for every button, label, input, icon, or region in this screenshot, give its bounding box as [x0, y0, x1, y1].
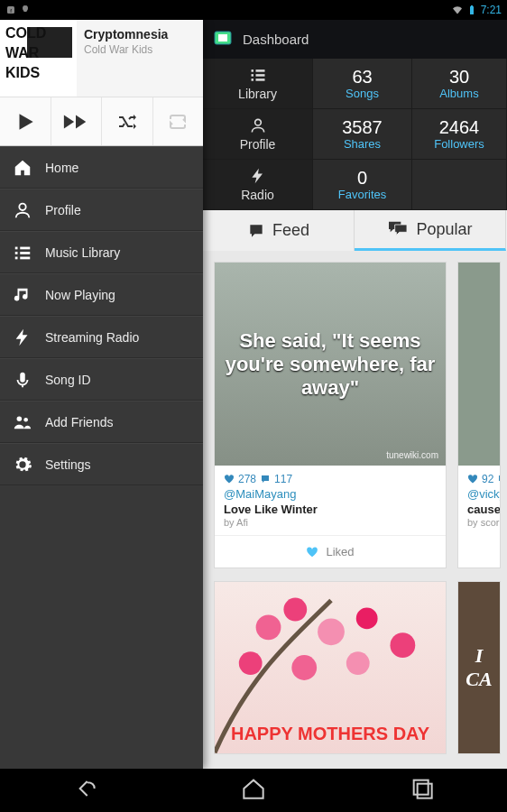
wifi-icon [452, 5, 463, 15]
stat-value: 0 [357, 168, 367, 189]
sidebar-item-label: Now Playing [45, 288, 115, 302]
svg-rect-26 [255, 69, 264, 72]
mic-icon [13, 370, 32, 390]
app-icon[interactable] [212, 27, 234, 51]
svg-text:WAR: WAR [5, 45, 40, 60]
tab-popular[interactable]: Popular [355, 210, 506, 251]
feed-card[interactable]: I CA [457, 581, 501, 754]
stat-followers[interactable]: 2464 Followers [412, 109, 507, 160]
speech-multi-icon [387, 220, 409, 238]
shuffle-button[interactable] [102, 97, 153, 145]
heart-icon [467, 474, 478, 484]
feed-card[interactable]: She said, "It seems you're somewhere, fa… [214, 262, 447, 568]
stat-songs[interactable]: 63 Songs [313, 59, 412, 109]
dash-section-label: Profile [240, 137, 276, 152]
card-user[interactable]: @MaiMayang [224, 487, 437, 501]
sidebar-item-library[interactable]: Music Library [0, 231, 203, 273]
feed-tabs: Feed Popular [203, 210, 507, 251]
card-user[interactable]: @vickyk [467, 487, 501, 501]
bolt-icon [249, 167, 267, 185]
sidebar-item-label: Home [45, 161, 78, 175]
svg-text:COLD: COLD [5, 25, 46, 41]
stat-shares[interactable]: 3587 Shares [313, 109, 412, 160]
repeat-button[interactable] [153, 97, 204, 145]
next-button[interactable] [51, 97, 103, 145]
status-right: 7:21 [452, 4, 502, 16]
svg-rect-4 [470, 6, 474, 14]
main-content: Dashboard Library 63 Songs 30 Albums Pro… [203, 20, 507, 769]
action-bar: Dashboard [203, 20, 507, 59]
dash-section-radio[interactable]: Radio [203, 160, 313, 210]
svg-rect-23 [251, 69, 254, 72]
feed-grid[interactable]: She said, "It seems you're somewhere, fa… [203, 251, 507, 778]
dash-section-library[interactable]: Library [203, 59, 313, 109]
svg-rect-28 [255, 78, 264, 81]
sidebar-item-label: Music Library [45, 245, 120, 260]
svg-rect-5 [471, 5, 473, 7]
sidebar-item-home[interactable]: Home [0, 146, 203, 189]
status-time: 7:21 [481, 4, 502, 16]
card-quote: HAPPY MOTHERS DAY [231, 724, 429, 744]
android-status-bar: f 7:21 [0, 0, 507, 20]
card-by: by scorpio [467, 517, 501, 528]
liked-label: Liked [326, 545, 354, 558]
profile-icon [13, 200, 32, 220]
player-controls [0, 97, 203, 146]
dash-section-label: Radio [241, 188, 274, 202]
svg-rect-25 [251, 78, 254, 81]
people-icon [13, 412, 32, 432]
dash-section-profile[interactable]: Profile [203, 109, 313, 160]
svg-point-3 [26, 6, 27, 7]
sidebar-item-songid[interactable]: Song ID [0, 358, 203, 401]
card-quote: I CA [466, 644, 492, 691]
heart-icon [224, 474, 235, 484]
tab-feed[interactable]: Feed [203, 210, 355, 251]
svg-rect-12 [15, 246, 18, 249]
page-title: Dashboard [243, 32, 309, 47]
android-nav-bar [0, 769, 507, 812]
battery-icon [466, 5, 477, 15]
card-image [458, 263, 500, 466]
play-button[interactable] [0, 97, 51, 145]
dash-section-label: Library [238, 87, 277, 101]
tab-label: Feed [272, 221, 309, 240]
profile-icon [249, 116, 267, 134]
svg-point-35 [291, 655, 317, 680]
svg-point-20 [23, 417, 28, 421]
svg-rect-27 [255, 74, 264, 77]
home-button[interactable] [239, 774, 268, 807]
sidebar-item-friends[interactable]: Add Friends [0, 401, 203, 443]
sidebar-nav: Home Profile Music Library Now Playing S… [0, 146, 203, 485]
feed-card[interactable]: 92 @vickyk cause i l by scorpio [457, 262, 501, 568]
liked-button[interactable]: Liked [215, 535, 446, 567]
svg-rect-17 [20, 256, 30, 259]
svg-point-34 [239, 651, 263, 675]
sidebar-item-profile[interactable]: Profile [0, 189, 203, 231]
svg-point-30 [256, 614, 281, 640]
svg-point-37 [390, 632, 415, 658]
status-notifications: f [5, 5, 31, 15]
now-playing-bar[interactable]: COLD WAR KIDS Cryptomnesia Cold War Kids [0, 20, 203, 97]
sidebar: COLD WAR KIDS Cryptomnesia Cold War Kids… [0, 20, 203, 769]
library-icon [249, 66, 267, 84]
stat-label: Shares [344, 137, 381, 151]
stat-albums[interactable]: 30 Albums [412, 59, 507, 109]
library-icon [13, 243, 32, 263]
svg-rect-15 [20, 246, 30, 249]
recents-button[interactable] [408, 774, 437, 807]
sidebar-item-label: Song ID [45, 373, 91, 387]
facebook-notif-icon: f [5, 5, 16, 15]
track-title: Cryptomnesia [84, 27, 196, 42]
music-note-icon [13, 285, 32, 305]
stat-value: 2464 [439, 117, 480, 138]
stat-favorites[interactable]: 0 Favorites [313, 160, 412, 210]
stat-value: 63 [352, 67, 372, 88]
sidebar-item-radio[interactable]: Streaming Radio [0, 316, 203, 358]
comment-icon [497, 474, 501, 484]
sidebar-item-settings[interactable]: Settings [0, 443, 203, 485]
card-image: I CA [458, 582, 500, 753]
back-button[interactable] [70, 774, 99, 807]
android-notif-icon [20, 5, 31, 15]
feed-card[interactable]: HAPPY MOTHERS DAY [214, 581, 447, 754]
sidebar-item-nowplaying[interactable]: Now Playing [0, 273, 203, 316]
